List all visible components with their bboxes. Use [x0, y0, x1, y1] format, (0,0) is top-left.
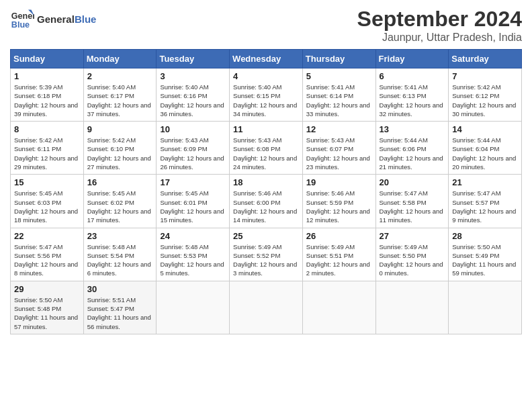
calendar-cell [157, 281, 230, 334]
day-info: Sunrise: 5:49 AMSunset: 5:50 PMDaylight:… [380, 242, 445, 278]
week-row-3: 15 Sunrise: 5:45 AMSunset: 6:03 PMDaylig… [11, 175, 522, 228]
day-info: Sunrise: 5:49 AMSunset: 5:52 PMDaylight:… [233, 242, 299, 278]
day-info: Sunrise: 5:43 AMSunset: 6:09 PMDaylight:… [160, 136, 226, 171]
calendar-cell: 26 Sunrise: 5:49 AMSunset: 5:51 PMDaylig… [302, 228, 375, 281]
calendar-cell: 9 Sunrise: 5:42 AMSunset: 6:10 PMDayligh… [83, 122, 157, 175]
day-info: Sunrise: 5:49 AMSunset: 5:51 PMDaylight:… [306, 242, 372, 278]
day-info: Sunrise: 5:46 AMSunset: 6:00 PMDaylight:… [233, 189, 299, 224]
day-number: 29 [14, 284, 80, 294]
day-number: 9 [87, 124, 153, 134]
day-number: 4 [233, 71, 299, 81]
header: General Blue GeneralBlue September 2024 … [10, 7, 522, 44]
day-number: 2 [87, 71, 153, 81]
day-info: Sunrise: 5:40 AMSunset: 6:15 PMDaylight:… [233, 83, 299, 118]
calendar-cell: 5 Sunrise: 5:41 AMSunset: 6:14 PMDayligh… [302, 68, 375, 122]
calendar-cell: 17 Sunrise: 5:45 AMSunset: 6:01 PMDaylig… [157, 175, 230, 228]
day-info: Sunrise: 5:47 AMSunset: 5:58 PMDaylight:… [380, 189, 445, 224]
calendar-cell: 30 Sunrise: 5:51 AMSunset: 5:47 PMDaylig… [83, 281, 157, 334]
day-info: Sunrise: 5:51 AMSunset: 5:47 PMDaylight:… [87, 295, 153, 331]
col-wednesday: Wednesday [230, 50, 303, 68]
calendar-cell [449, 281, 522, 334]
day-number: 24 [160, 231, 226, 241]
day-number: 25 [233, 231, 299, 241]
col-tuesday: Tuesday [157, 50, 230, 68]
calendar-cell: 19 Sunrise: 5:46 AMSunset: 5:59 PMDaylig… [302, 175, 375, 228]
calendar-cell [375, 281, 449, 334]
calendar-cell: 11 Sunrise: 5:43 AMSunset: 6:08 PMDaylig… [230, 122, 303, 175]
day-number: 6 [380, 71, 445, 81]
calendar-cell: 20 Sunrise: 5:47 AMSunset: 5:58 PMDaylig… [375, 175, 449, 228]
col-saturday: Saturday [449, 50, 522, 68]
calendar-cell: 22 Sunrise: 5:47 AMSunset: 5:56 PMDaylig… [11, 228, 84, 281]
calendar-cell: 12 Sunrise: 5:43 AMSunset: 6:07 PMDaylig… [302, 122, 375, 175]
week-row-2: 8 Sunrise: 5:42 AMSunset: 6:11 PMDayligh… [11, 122, 522, 175]
day-number: 28 [452, 231, 518, 241]
col-sunday: Sunday [11, 50, 84, 68]
day-number: 12 [306, 124, 372, 134]
day-number: 11 [233, 124, 299, 134]
day-number: 7 [452, 71, 518, 81]
calendar-cell: 18 Sunrise: 5:46 AMSunset: 6:00 PMDaylig… [230, 175, 303, 228]
week-row-5: 29 Sunrise: 5:50 AMSunset: 5:48 PMDaylig… [11, 281, 522, 334]
logo-text: GeneralBlue [37, 13, 96, 25]
calendar-cell: 2 Sunrise: 5:40 AMSunset: 6:17 PMDayligh… [83, 68, 157, 122]
calendar-cell: 13 Sunrise: 5:44 AMSunset: 6:06 PMDaylig… [375, 122, 449, 175]
calendar-cell: 25 Sunrise: 5:49 AMSunset: 5:52 PMDaylig… [230, 228, 303, 281]
day-number: 3 [160, 71, 226, 81]
day-number: 23 [87, 231, 153, 241]
day-number: 13 [380, 124, 445, 134]
day-number: 8 [14, 124, 80, 134]
day-info: Sunrise: 5:45 AMSunset: 6:02 PMDaylight:… [87, 189, 153, 224]
calendar-cell: 28 Sunrise: 5:50 AMSunset: 5:49 PMDaylig… [449, 228, 522, 281]
day-number: 15 [14, 177, 80, 187]
day-info: Sunrise: 5:41 AMSunset: 6:14 PMDaylight:… [306, 83, 372, 118]
calendar-table: Sunday Monday Tuesday Wednesday Thursday… [10, 49, 522, 334]
day-info: Sunrise: 5:44 AMSunset: 6:06 PMDaylight:… [380, 136, 445, 171]
day-number: 16 [87, 177, 153, 187]
day-info: Sunrise: 5:46 AMSunset: 5:59 PMDaylight:… [306, 189, 372, 224]
day-info: Sunrise: 5:42 AMSunset: 6:10 PMDaylight:… [87, 136, 153, 171]
col-friday: Friday [375, 50, 449, 68]
calendar-cell: 15 Sunrise: 5:45 AMSunset: 6:03 PMDaylig… [11, 175, 84, 228]
calendar-cell: 8 Sunrise: 5:42 AMSunset: 6:11 PMDayligh… [11, 122, 84, 175]
calendar-cell: 24 Sunrise: 5:48 AMSunset: 5:53 PMDaylig… [157, 228, 230, 281]
week-row-4: 22 Sunrise: 5:47 AMSunset: 5:56 PMDaylig… [11, 228, 522, 281]
location-title: Jaunpur, Uttar Pradesh, India [357, 32, 522, 44]
day-info: Sunrise: 5:40 AMSunset: 6:17 PMDaylight:… [87, 83, 153, 118]
day-info: Sunrise: 5:48 AMSunset: 5:53 PMDaylight:… [160, 242, 226, 278]
day-number: 18 [233, 177, 299, 187]
calendar-cell [302, 281, 375, 334]
day-info: Sunrise: 5:41 AMSunset: 6:13 PMDaylight:… [380, 83, 445, 118]
logo: General Blue GeneralBlue [10, 7, 96, 31]
calendar-cell [230, 281, 303, 334]
header-row: Sunday Monday Tuesday Wednesday Thursday… [11, 50, 522, 68]
day-number: 26 [306, 231, 372, 241]
calendar-cell: 16 Sunrise: 5:45 AMSunset: 6:02 PMDaylig… [83, 175, 157, 228]
calendar-cell: 29 Sunrise: 5:50 AMSunset: 5:48 PMDaylig… [11, 281, 84, 334]
calendar-cell: 21 Sunrise: 5:47 AMSunset: 5:57 PMDaylig… [449, 175, 522, 228]
day-info: Sunrise: 5:50 AMSunset: 5:48 PMDaylight:… [14, 295, 80, 331]
calendar-cell: 14 Sunrise: 5:44 AMSunset: 6:04 PMDaylig… [449, 122, 522, 175]
day-info: Sunrise: 5:44 AMSunset: 6:04 PMDaylight:… [452, 136, 518, 171]
month-title: September 2024 [357, 7, 522, 32]
day-info: Sunrise: 5:50 AMSunset: 5:49 PMDaylight:… [452, 242, 518, 278]
day-number: 14 [452, 124, 518, 134]
day-info: Sunrise: 5:39 AMSunset: 6:18 PMDaylight:… [14, 83, 80, 118]
week-row-1: 1 Sunrise: 5:39 AMSunset: 6:18 PMDayligh… [11, 68, 522, 122]
calendar-cell: 7 Sunrise: 5:42 AMSunset: 6:12 PMDayligh… [449, 68, 522, 122]
day-info: Sunrise: 5:42 AMSunset: 6:12 PMDaylight:… [452, 83, 518, 118]
calendar-cell: 27 Sunrise: 5:49 AMSunset: 5:50 PMDaylig… [375, 228, 449, 281]
calendar-cell: 23 Sunrise: 5:48 AMSunset: 5:54 PMDaylig… [83, 228, 157, 281]
calendar-cell: 4 Sunrise: 5:40 AMSunset: 6:15 PMDayligh… [230, 68, 303, 122]
day-info: Sunrise: 5:43 AMSunset: 6:07 PMDaylight:… [306, 136, 372, 171]
day-number: 5 [306, 71, 372, 81]
day-number: 17 [160, 177, 226, 187]
day-info: Sunrise: 5:45 AMSunset: 6:03 PMDaylight:… [14, 189, 80, 224]
day-info: Sunrise: 5:48 AMSunset: 5:54 PMDaylight:… [87, 242, 153, 278]
day-number: 27 [380, 231, 445, 241]
day-number: 10 [160, 124, 226, 134]
calendar-cell: 1 Sunrise: 5:39 AMSunset: 6:18 PMDayligh… [11, 68, 84, 122]
col-monday: Monday [83, 50, 157, 68]
title-area: September 2024 Jaunpur, Uttar Pradesh, I… [357, 7, 522, 44]
day-info: Sunrise: 5:45 AMSunset: 6:01 PMDaylight:… [160, 189, 226, 224]
